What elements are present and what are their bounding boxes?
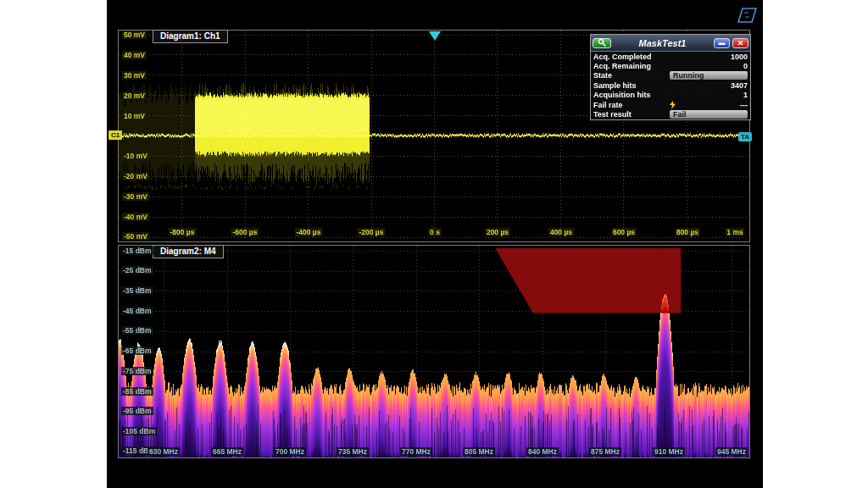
scope-screen: Diagram1: Ch1 C1 V TA 50 mV 40 mV 30 mV … xyxy=(107,0,763,488)
d1-xlabel: 600 µs xyxy=(611,228,637,236)
d1-ylabel: 30 mV xyxy=(122,71,147,80)
d2-ylabel: -105 dBm xyxy=(121,427,157,435)
result-row: Fail rate --- xyxy=(591,100,750,109)
row-value: 1 xyxy=(670,91,748,99)
d2-ylabel: -55 dBm xyxy=(121,326,153,335)
row-value: 0 xyxy=(670,62,748,70)
d2-xlabel: 805 MHz xyxy=(463,447,495,456)
d2-ylabel: -45 dBm xyxy=(121,307,153,315)
mask-test-dialog: MaskTest1 ▬ ✕ Acq. Completed 1000 Acq. R… xyxy=(590,34,751,120)
d2-xlabel: 735 MHz xyxy=(337,447,369,456)
minimize-button[interactable]: ▬ xyxy=(714,38,730,48)
d2-ylabel: -25 dBm xyxy=(121,266,153,274)
d1-ylabel: 20 mV xyxy=(122,92,147,100)
d1-ylabel: 50 mV xyxy=(122,30,147,39)
d2-ylabel: -35 dBm xyxy=(121,286,153,295)
find-button[interactable] xyxy=(593,38,611,48)
result-row: Acquisition hits 1 xyxy=(591,91,750,100)
d1-xlabel: -600 µs xyxy=(231,228,259,236)
d2-ylabel: -65 dBm xyxy=(121,347,153,355)
d1-xlabel: -400 µs xyxy=(295,228,323,236)
magnifier-icon xyxy=(598,38,607,47)
d1-xlabel: 200 µs xyxy=(485,228,510,236)
row-label: Acq. Remaining xyxy=(593,62,651,70)
result-row: Sample hits 3407 xyxy=(591,80,750,90)
row-label: Acq. Completed xyxy=(593,53,652,61)
d2-xlabel: 630 MHz xyxy=(147,447,180,456)
d1-ylabel: 10 mV xyxy=(122,112,147,120)
d2-xlabel: 945 MHz xyxy=(715,447,748,456)
d1-xlabel: 400 µs xyxy=(548,228,574,236)
d2-xlabel: 875 MHz xyxy=(589,447,621,456)
vertical-unit-label: V xyxy=(125,131,131,140)
d1-xlabel: -800 µs xyxy=(169,228,197,236)
diagram2-container xyxy=(118,245,750,458)
row-label: Fail rate xyxy=(593,101,623,109)
d2-ylabel: -75 dBm xyxy=(121,367,153,375)
d2-xlabel: 700 MHz xyxy=(274,447,306,456)
d1-xlabel: 0 s xyxy=(428,228,442,236)
d2-xlabel: 910 MHz xyxy=(653,447,685,456)
d2-xlabel: 770 MHz xyxy=(400,447,432,456)
spectrum-plot[interactable] xyxy=(119,246,749,458)
row-value: --- xyxy=(740,101,748,109)
d1-ylabel: -30 mV xyxy=(122,192,149,201)
d2-ylabel: -15 dBm xyxy=(121,247,153,255)
row-label: Sample hits xyxy=(593,81,637,90)
d1-ylabel: -50 mV xyxy=(122,232,149,241)
channel1-offset-badge[interactable]: C1 xyxy=(108,130,122,140)
tab-diagram2[interactable]: Diagram2: M4 xyxy=(153,245,224,258)
d1-ylabel: -10 mV xyxy=(122,152,149,160)
d1-xlabel: 800 µs xyxy=(675,228,700,236)
d1-xlabel: -200 µs xyxy=(358,228,386,236)
result-row: Acq. Remaining 0 xyxy=(591,61,750,70)
test-result-pill: Fail xyxy=(670,110,748,119)
row-label: State xyxy=(593,71,612,80)
dialog-title: MaskTest1 xyxy=(614,38,711,48)
d2-ylabel: -85 dBm xyxy=(121,387,153,396)
mask-test-titlebar[interactable]: MaskTest1 ▬ ✕ xyxy=(591,35,750,52)
d1-xlabel: 1 ms xyxy=(725,228,744,236)
close-button[interactable]: ✕ xyxy=(732,38,748,48)
row-label: Acquisition hits xyxy=(593,91,651,99)
page: { "logo": {"name": "rohde-schwarz-logo"}… xyxy=(0,0,868,488)
d1-ylabel: -40 mV xyxy=(122,213,149,221)
tab-diagram1[interactable]: Diagram1: Ch1 xyxy=(153,30,228,43)
result-row: Acq. Completed 1000 xyxy=(591,52,750,61)
result-row: Test result Fail xyxy=(591,109,750,119)
trigger-level-badge[interactable]: TA xyxy=(738,132,752,141)
row-label: Test result xyxy=(593,110,632,119)
trigger-position-marker[interactable] xyxy=(429,31,441,41)
d2-xlabel: 840 MHz xyxy=(526,447,559,456)
lightning-icon xyxy=(670,101,676,109)
result-row: State Running xyxy=(591,71,750,80)
d2-ylabel: -95 dBm xyxy=(121,407,153,415)
state-pill: Running xyxy=(670,71,748,80)
row-value: 3407 xyxy=(670,81,748,90)
row-value: 1000 xyxy=(670,53,748,61)
rs-logo xyxy=(736,6,758,25)
d1-ylabel: 40 mV xyxy=(122,51,147,59)
d1-ylabel: -20 mV xyxy=(122,172,149,180)
fail-rate-zone: --- xyxy=(670,101,748,109)
d2-xlabel: 665 MHz xyxy=(211,447,243,456)
